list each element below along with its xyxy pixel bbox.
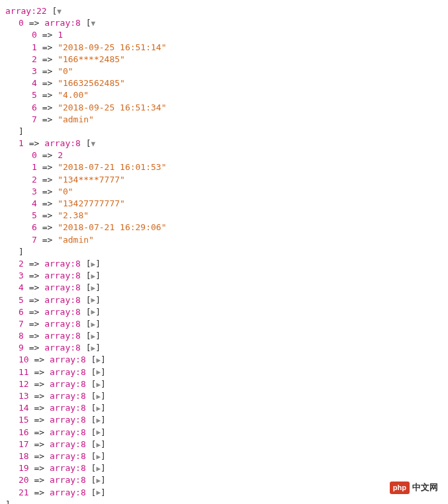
array-row-collapsed: 5 => array:8 [▶]	[5, 294, 443, 306]
value-string: "2018-07-21 16:29:06"	[58, 222, 166, 232]
open-bracket: [	[86, 18, 91, 28]
array-key: 20	[19, 475, 29, 485]
type-label: array	[50, 355, 75, 364]
value-number: 1	[58, 30, 63, 40]
type-label: array	[50, 427, 75, 437]
close-bracket: ]	[95, 307, 101, 317]
watermark: php 中文网	[390, 482, 438, 494]
count-label: :22	[31, 6, 46, 16]
type-label: array	[50, 367, 75, 377]
array-key: 10	[19, 355, 29, 364]
array-root: array:22 [▼	[5, 5, 443, 17]
open-bracket: [	[86, 271, 91, 280]
array-row-collapsed: 14 => array:8 [▶]	[5, 402, 443, 414]
array-row-collapsed: 2 => array:8 [▶]	[5, 258, 443, 270]
array-key: 3	[19, 271, 24, 280]
type-label: array	[44, 295, 70, 305]
arrow-icon: =>	[34, 367, 44, 377]
array-row-collapsed: 15 => array:8 [▶]	[5, 414, 443, 426]
open-bracket: [	[52, 6, 57, 16]
close-bracket: ]	[95, 259, 101, 269]
open-bracket: [	[91, 403, 97, 413]
collapse-toggle-icon[interactable]: ▼	[91, 19, 96, 28]
value-string: "16632562485"	[58, 78, 125, 88]
array-key: 2	[19, 259, 24, 269]
close-bracket-row: ]	[5, 499, 443, 504]
value-string: "134****7777"	[58, 175, 125, 185]
array-key: 4	[19, 282, 24, 292]
array-row-collapsed: 10 => array:8 [▶]	[5, 354, 443, 366]
close-bracket: ]	[101, 439, 106, 449]
count-label: :8	[75, 403, 86, 413]
arrow-icon: =>	[34, 427, 44, 437]
count-label: :8	[70, 343, 81, 353]
open-bracket: [	[91, 367, 97, 377]
open-bracket: [	[86, 138, 91, 148]
count-label: :8	[75, 379, 86, 389]
type-label: array	[50, 439, 75, 449]
collapse-toggle-icon[interactable]: ▼	[91, 139, 96, 149]
value-string: "13427777777"	[58, 198, 125, 208]
array-key: 6	[32, 103, 37, 112]
array-item: 1 => "2018-09-25 16:51:14"	[5, 42, 443, 54]
open-bracket: [	[86, 319, 91, 329]
arrow-icon: =>	[34, 439, 44, 449]
array-item: 7 => "admin"	[5, 234, 443, 246]
count-label: :8	[75, 451, 86, 461]
arrow-icon: =>	[42, 42, 53, 52]
array-row-collapsed: 21 => array:8 [▶]	[5, 487, 443, 499]
open-bracket: [	[86, 343, 91, 353]
array-key: 11	[19, 367, 29, 377]
type-label: array	[44, 271, 70, 280]
watermark-text: 中文网	[412, 482, 438, 493]
collapse-toggle-icon[interactable]: ▼	[57, 7, 62, 17]
value-string: "2018-07-21 16:01:53"	[58, 162, 166, 172]
array-key: 3	[32, 66, 37, 76]
array-row-collapsed: 7 => array:8 [▶]	[5, 318, 443, 330]
value-string: "0"	[58, 66, 73, 76]
array-item: 4 => "13427777777"	[5, 198, 443, 210]
array-key: 12	[19, 379, 29, 389]
count-label: :8	[70, 307, 81, 317]
close-bracket: ]	[101, 463, 106, 473]
arrow-icon: =>	[42, 103, 53, 112]
array-key: 0	[32, 30, 37, 40]
arrow-icon: =>	[42, 90, 53, 100]
count-label: :8	[70, 331, 81, 341]
count-label: :8	[70, 259, 81, 269]
close-bracket: ]	[19, 247, 24, 257]
arrow-icon: =>	[42, 78, 53, 88]
open-bracket: [	[86, 295, 91, 305]
type-label: array	[50, 487, 75, 497]
array-row-collapsed: 13 => array:8 [▶]	[5, 390, 443, 402]
type-label: array	[44, 18, 70, 28]
type-label: array	[44, 282, 70, 292]
watermark-badge: php	[390, 482, 410, 494]
array-key: 9	[19, 343, 24, 353]
type-label: array	[44, 138, 70, 148]
count-label: :8	[70, 282, 81, 292]
arrow-icon: =>	[42, 30, 53, 40]
array-item: 5 => "2.38"	[5, 210, 443, 222]
array-key: 2	[32, 54, 37, 64]
array-item: 0 => 2	[5, 149, 443, 161]
arrow-icon: =>	[29, 307, 40, 317]
array-key: 17	[19, 439, 29, 449]
open-bracket: [	[91, 451, 97, 461]
close-bracket: ]	[95, 282, 101, 292]
arrow-icon: =>	[34, 403, 44, 413]
count-label: :8	[70, 271, 81, 280]
arrow-icon: =>	[34, 355, 44, 364]
arrow-icon: =>	[34, 475, 44, 485]
array-key: 18	[19, 451, 29, 461]
arrow-icon: =>	[34, 487, 44, 497]
count-label: :8	[75, 463, 86, 473]
open-bracket: [	[86, 307, 91, 317]
arrow-icon: =>	[42, 114, 53, 124]
open-bracket: [	[91, 487, 97, 497]
array-row-expanded: 0 => array:8 [▼	[5, 17, 443, 29]
value-string: "admin"	[58, 235, 94, 245]
open-bracket: [	[91, 415, 97, 425]
value-number: 2	[58, 150, 63, 160]
array-item: 2 => "134****7777"	[5, 174, 443, 186]
